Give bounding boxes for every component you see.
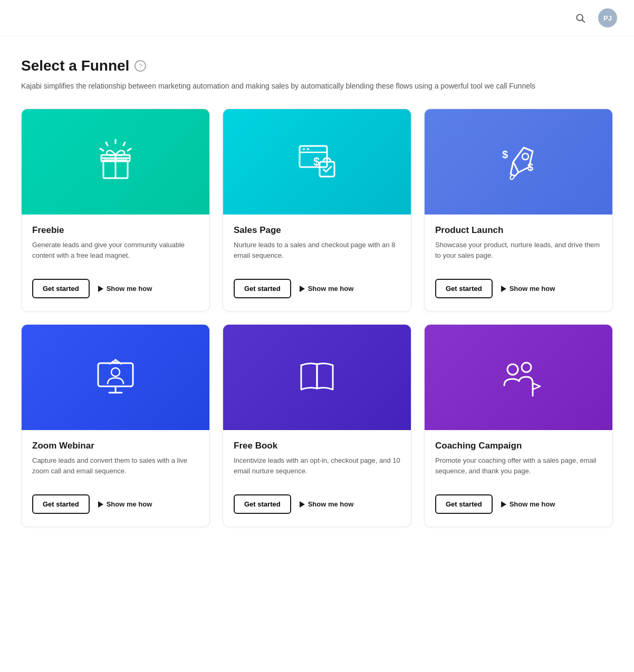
card-title-product-launch: Product Launch	[435, 225, 602, 236]
show-how-free-book[interactable]: Show me how	[300, 500, 354, 508]
svg-line-5	[128, 149, 131, 151]
svg-point-13	[303, 148, 305, 150]
svg-point-14	[307, 148, 309, 150]
card-image-sales-page: $	[223, 109, 411, 215]
play-icon	[98, 501, 103, 508]
funnel-card-freebie: Freebie Generate leads and give your com…	[21, 109, 210, 311]
svg-line-6	[100, 149, 103, 151]
svg-text:$: $	[313, 155, 320, 168]
get-started-freebie[interactable]: Get started	[32, 279, 90, 298]
card-actions-coaching-campaign: Get started Show me how	[435, 494, 602, 514]
svg-line-3	[123, 142, 125, 145]
subtitle: Kajabi simplifies the relationship betwe…	[21, 81, 613, 92]
card-desc-free-book: Incentivize leads with an opt-in, checko…	[234, 455, 400, 484]
card-actions-free-book: Get started Show me how	[234, 494, 400, 514]
svg-point-23	[111, 368, 120, 376]
card-title-coaching-campaign: Coaching Campaign	[435, 441, 602, 451]
card-actions-sales-page: Get started Show me how	[234, 279, 400, 298]
get-started-zoom-webinar[interactable]: Get started	[32, 494, 90, 514]
rocket-icon: $ $	[495, 138, 542, 186]
card-image-coaching-campaign	[425, 325, 612, 430]
funnel-grid: Freebie Generate leads and give your com…	[21, 109, 613, 527]
coaching-icon	[495, 354, 542, 401]
play-icon	[300, 286, 305, 292]
svg-point-19	[522, 153, 529, 160]
card-image-free-book	[223, 325, 411, 430]
funnel-card-zoom-webinar: Zoom Webinar Capture leads and convert t…	[21, 324, 210, 527]
funnel-card-product-launch: $ $ Product Launch Showcase your product…	[424, 109, 613, 311]
card-actions-zoom-webinar: Get started Show me how	[32, 494, 199, 514]
get-started-free-book[interactable]: Get started	[234, 494, 291, 514]
show-how-product-launch[interactable]: Show me how	[501, 285, 555, 293]
play-icon	[300, 501, 305, 508]
book-icon	[293, 354, 341, 401]
card-desc-freebie: Generate leads and give your community v…	[32, 240, 199, 268]
svg-line-4	[106, 142, 108, 145]
get-started-sales-page[interactable]: Get started	[234, 279, 291, 298]
main-content: Select a Funnel ? Kajabi simplifies the …	[0, 36, 634, 559]
card-body-product-launch: Product Launch Showcase your product, nu…	[425, 215, 612, 311]
card-image-freebie	[22, 109, 209, 215]
card-title-freebie: Freebie	[32, 225, 199, 236]
card-desc-product-launch: Showcase your product, nurture leads, an…	[435, 240, 602, 268]
show-how-sales-page[interactable]: Show me how	[300, 285, 354, 293]
gift-icon	[92, 138, 139, 186]
card-title-sales-page: Sales Page	[234, 225, 400, 236]
page-title: Select a Funnel	[21, 57, 129, 74]
card-desc-sales-page: Nurture leads to a sales and checkout pa…	[234, 240, 400, 268]
svg-line-1	[582, 20, 585, 23]
funnel-card-free-book: Free Book Incentivize leads with an opt-…	[223, 324, 411, 527]
card-desc-coaching-campaign: Promote your coaching offer with a sales…	[435, 455, 602, 484]
show-how-freebie[interactable]: Show me how	[98, 285, 152, 293]
card-body-free-book: Free Book Incentivize leads with an opt-…	[223, 430, 411, 527]
card-body-sales-page: Sales Page Nurture leads to a sales and …	[223, 215, 411, 311]
show-how-coaching-campaign[interactable]: Show me how	[501, 500, 555, 508]
page-title-row: Select a Funnel ?	[21, 57, 613, 74]
card-body-coaching-campaign: Coaching Campaign Promote your coaching …	[425, 430, 612, 527]
avatar[interactable]: PJ	[598, 8, 617, 27]
play-icon	[501, 286, 506, 292]
card-actions-freebie: Get started Show me how	[32, 279, 199, 298]
funnel-card-coaching-campaign: Coaching Campaign Promote your coaching …	[424, 324, 613, 527]
card-image-product-launch: $ $	[425, 109, 612, 215]
sales-icon: $	[293, 138, 341, 186]
svg-text:$: $	[502, 149, 508, 160]
get-started-coaching-campaign[interactable]: Get started	[435, 494, 493, 514]
monitor-person-icon	[92, 354, 139, 401]
card-actions-product-launch: Get started Show me how	[435, 279, 602, 298]
play-icon	[501, 501, 506, 508]
show-how-zoom-webinar[interactable]: Show me how	[98, 500, 152, 508]
svg-point-27	[522, 363, 531, 372]
header: PJ	[0, 0, 634, 36]
svg-rect-20	[98, 363, 133, 386]
card-body-zoom-webinar: Zoom Webinar Capture leads and convert t…	[22, 430, 209, 527]
funnel-card-sales-page: $ Sales Page Nurture leads to a sales an…	[223, 109, 411, 311]
card-desc-zoom-webinar: Capture leads and convert them to sales …	[32, 455, 199, 484]
help-icon[interactable]: ?	[135, 60, 146, 72]
card-body-freebie: Freebie Generate leads and give your com…	[22, 215, 209, 311]
get-started-product-launch[interactable]: Get started	[435, 279, 493, 298]
card-image-zoom-webinar	[22, 325, 209, 430]
play-icon	[98, 286, 103, 292]
search-icon[interactable]	[571, 8, 590, 27]
card-title-zoom-webinar: Zoom Webinar	[32, 441, 199, 451]
card-title-free-book: Free Book	[234, 441, 400, 451]
svg-point-26	[507, 364, 518, 375]
